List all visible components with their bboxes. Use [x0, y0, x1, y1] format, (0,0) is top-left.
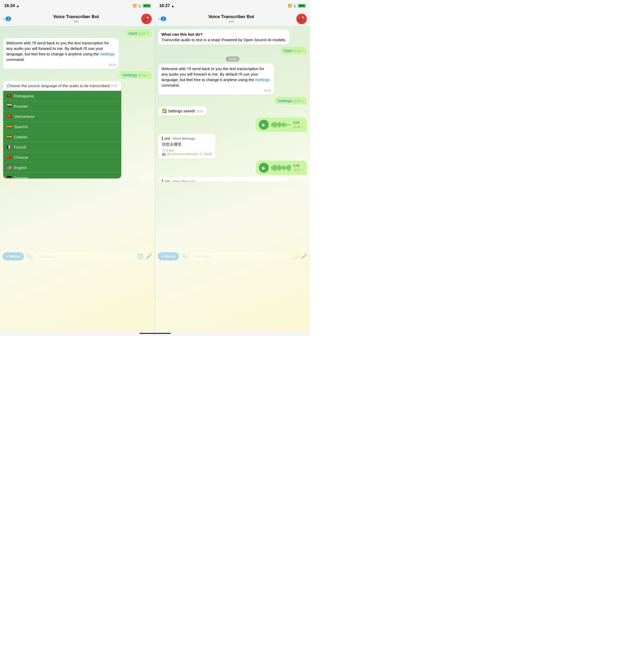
- left-chat-title: Voice Transcriber Bot: [14, 14, 139, 19]
- right-back-button[interactable]: ‹ 2: [158, 16, 166, 21]
- flag-de: 🇩🇪: [7, 175, 12, 178]
- lang-french[interactable]: 🇫🇷 French: [3, 142, 121, 152]
- lang-chinese-label: Chinese: [14, 155, 28, 160]
- lang-portuguese[interactable]: 🇵🇹 Portuguese: [3, 91, 121, 101]
- settings-link[interactable]: /settings: [100, 52, 115, 56]
- right-settings-saved-time: 16:24: [196, 110, 203, 113]
- flag-us: 🇺🇸: [7, 165, 12, 170]
- lang-portuguese-label: Portuguese: [14, 94, 34, 98]
- right-voice1[interactable]: ▶: [256, 118, 307, 132]
- right-chat-messages[interactable]: What can this bot do? Transcribe audio t…: [155, 26, 310, 182]
- wave-bar: [286, 124, 287, 125]
- right-welcome-text: Welcome ahk! I'll send back to you the t…: [161, 66, 270, 88]
- left-start-command: /start 16:23 ✓: [125, 30, 152, 37]
- right-voice1-waveform: [271, 121, 291, 128]
- lang-french-label: French: [14, 145, 26, 149]
- wave-bar: [283, 122, 284, 127]
- left-mic-button[interactable]: 🎤: [141, 14, 152, 24]
- right-settings-saved: ✅ Settings saved! 16:24: [158, 107, 207, 115]
- right-start-command: /start 16:23 ✓: [280, 47, 307, 54]
- right-settings-saved-text: ✅ Settings saved!: [162, 109, 195, 113]
- right-arrow-icon: ▲: [171, 4, 174, 8]
- right-date-divider: Today: [226, 56, 240, 62]
- right-header-title-group: Voice Transcriber Bot bot: [169, 14, 294, 23]
- right-mic-button[interactable]: 🎤: [296, 14, 307, 24]
- flag-cn: 🇨🇳: [7, 155, 12, 160]
- lang-german[interactable]: 🇩🇪 German: [3, 173, 121, 178]
- left-chat-subtitle: bot: [14, 19, 139, 23]
- wave-bar: [271, 166, 272, 169]
- right-settings-link[interactable]: /settings: [255, 77, 270, 82]
- wave-bar: [289, 124, 289, 125]
- right-transcription1: ahk · Voice Message 你想去哪里 ⏱ 5.1ss 🤖 @voi…: [158, 134, 215, 159]
- right-voice2-time: 16:27 ✓: [293, 168, 304, 172]
- lang-spanish-label: Spanish: [14, 124, 28, 129]
- right-voice2-waveform: [271, 164, 291, 171]
- flag-pt: 🇵🇹: [7, 94, 12, 98]
- wave-bar: [289, 165, 289, 171]
- right-voice2-info: 0:09 16:27 ✓: [293, 164, 304, 172]
- right-welcome-time: 16:23: [161, 89, 271, 93]
- left-welcome-time: 16:23: [6, 63, 116, 67]
- right-status-bar: 16:27 ▲ 📶 📡 89%: [155, 0, 310, 11]
- lang-russian[interactable]: 🇷🇺 Russian: [3, 101, 121, 111]
- left-settings-menu: Choose the source language of the audio …: [3, 81, 121, 178]
- right-trans1-type: · Voice Message: [171, 137, 195, 141]
- right-voice1-info: 0:04 16:24 ✓: [293, 121, 304, 128]
- left-header: ‹ 2 Voice Transcriber Bot bot 🎤: [0, 11, 155, 26]
- right-chat-title: Voice Transcriber Bot: [169, 14, 294, 19]
- wave-bar: [285, 123, 285, 126]
- right-chevron-icon: ‹: [158, 16, 160, 21]
- lang-german-label: German: [14, 175, 28, 178]
- right-trans2-type: · Voice Message: [171, 180, 195, 182]
- right-voice1-play-button[interactable]: ▶: [259, 120, 269, 130]
- flag-ca: 🇪🇸: [7, 135, 12, 139]
- left-settings-command: /settings 16:23 ✓: [119, 71, 152, 79]
- right-trans1-duration: 5.1s: [166, 149, 172, 152]
- wave-bar: [279, 122, 280, 127]
- right-wifi-icon: 📡: [293, 4, 297, 8]
- lang-english-label: English: [14, 165, 27, 170]
- right-header: ‹ 2 Voice Transcriber Bot bot 🎤: [155, 11, 310, 26]
- right-battery: 89%: [298, 4, 306, 8]
- right-intro-bubble: What can this bot do? Transcribe audio t…: [158, 30, 290, 45]
- wave-bar: [275, 164, 276, 171]
- wave-bar: [277, 123, 277, 126]
- left-start-text: /start: [128, 31, 137, 36]
- wave-bar: [282, 166, 283, 169]
- wave-bar: [274, 122, 275, 127]
- right-voice2[interactable]: ▶: [256, 161, 307, 175]
- flag-es: 🇪🇸: [7, 124, 12, 129]
- right-chat-panel: What can this bot do? Transcribe audio t…: [155, 26, 310, 331]
- wave-bar: [290, 165, 291, 170]
- left-back-badge: 2: [5, 16, 11, 21]
- flag-fr: 🇫🇷: [7, 145, 12, 149]
- right-voice2-play-button[interactable]: ▶: [259, 163, 269, 173]
- settings-header-time: 16:23: [110, 84, 118, 87]
- wave-bar: [287, 165, 288, 170]
- wave-bar: [285, 166, 285, 169]
- right-trans1-sender-name: ahk: [164, 137, 170, 141]
- lang-vietnamese-label: Vietnamese: [14, 114, 35, 119]
- lang-chinese[interactable]: 🇨🇳 Chinese: [3, 152, 121, 162]
- lang-catalan[interactable]: 🇪🇸 Catalan: [3, 132, 121, 142]
- wave-bar: [279, 165, 280, 171]
- left-chevron-icon: ‹: [3, 16, 5, 21]
- settings-header-text: Choose the source language of the audio …: [3, 81, 121, 91]
- left-arrow-icon: ▲: [16, 4, 19, 8]
- right-voice1-duration: 0:04: [293, 121, 304, 124]
- wave-bar: [282, 124, 283, 126]
- lang-spanish[interactable]: 🇪🇸 Spanish: [3, 121, 121, 132]
- wave-bar: [277, 166, 277, 169]
- left-mic-icon: 🎤: [144, 16, 149, 22]
- lang-english[interactable]: 🇺🇸 English: [3, 162, 121, 173]
- signal-icon: 📶: [133, 4, 137, 8]
- left-chat-messages[interactable]: /start 16:23 ✓ Welcome ahk! I'll send ba…: [0, 26, 155, 182]
- left-back-button[interactable]: ‹ 2: [3, 16, 11, 21]
- wave-bar: [280, 166, 281, 170]
- right-status-icons: 📶 📡 89%: [288, 4, 306, 8]
- right-trans2-sender: ahk · Voice Message: [162, 179, 284, 182]
- lang-vietnamese[interactable]: 🇻🇳 Vietnamese: [3, 111, 121, 121]
- left-battery: 87%: [143, 4, 151, 8]
- wave-bar: [275, 121, 276, 128]
